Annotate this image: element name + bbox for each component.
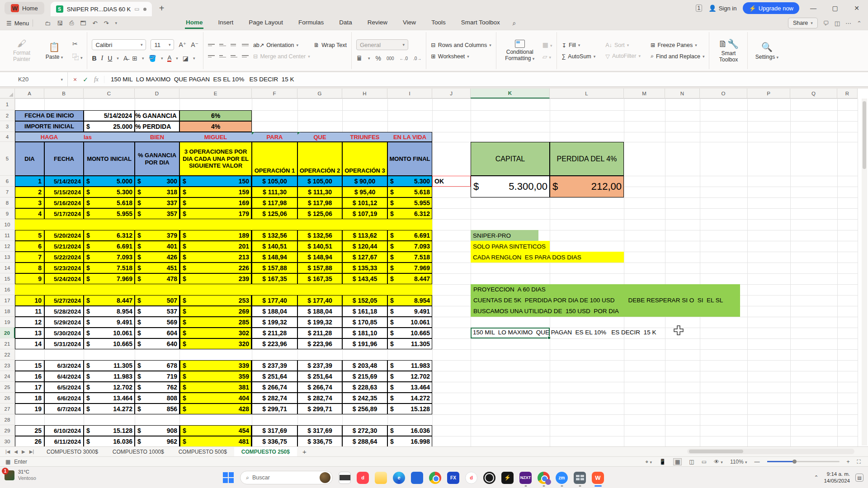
- cell-operacion1-r11[interactable]: $ 132,56: [252, 230, 297, 241]
- row-header-26[interactable]: 26: [0, 393, 15, 404]
- selection-mode-icon[interactable]: ⌖ ▾: [645, 459, 652, 465]
- cell-monto-final-r30[interactable]: $16.998: [387, 436, 432, 446]
- row-header-23[interactable]: 23: [0, 360, 15, 371]
- projection-block[interactable]: PROYECCION A 60 DIAS CUENTAS DE 5K PERDI…: [471, 284, 740, 317]
- cell-operacion-valor-r19[interactable]: $285: [179, 317, 252, 328]
- capital-value[interactable]: $5.300,00: [471, 176, 550, 197]
- freeze-panes-button[interactable]: ⊞Freeze Panes▾: [651, 42, 705, 48]
- cell-ganancia-dia-r23[interactable]: $678: [135, 360, 179, 371]
- align-right-icon[interactable]: [231, 54, 237, 58]
- open-file-icon[interactable]: 🗀: [45, 20, 51, 27]
- table-style-icon[interactable]: ▦ ▾: [542, 41, 552, 48]
- cell-ganancia-dia-r19[interactable]: $569: [135, 317, 179, 328]
- cell-operacion-valor-r7[interactable]: $159: [179, 187, 252, 197]
- cell-monto-inicial-r30[interactable]: $16.036: [84, 436, 135, 446]
- cell-dia-r25[interactable]: 17: [15, 382, 44, 393]
- row-header-12[interactable]: 12: [0, 241, 15, 252]
- edge-app-icon[interactable]: e: [393, 472, 405, 484]
- cell-dia-r30[interactable]: 26: [15, 436, 44, 446]
- sort-button[interactable]: A↓Sort▾: [605, 42, 641, 48]
- chrome-profile-app-icon[interactable]: [538, 472, 550, 484]
- cell-operacion-valor-r6[interactable]: $150: [179, 176, 252, 187]
- cell-operacion1-r21[interactable]: $ 223,96: [252, 338, 297, 349]
- cell-operacion3-r25[interactable]: $ 228,63: [342, 382, 387, 393]
- align-middle-icon[interactable]: [219, 43, 226, 47]
- cell-monto-final-r27[interactable]: $15.128: [387, 404, 432, 414]
- cell-ganancia-dia-r12[interactable]: $401: [135, 241, 179, 252]
- cell-fecha-r23[interactable]: 6/3/2024: [44, 360, 84, 371]
- cell-fecha-r17[interactable]: 5/27/2024: [44, 295, 84, 306]
- prev-sheet-icon[interactable]: ◀: [14, 449, 18, 454]
- next-sheet-icon[interactable]: ▶: [22, 449, 25, 454]
- cell-monto-inicial-r18[interactable]: $8.954: [84, 306, 135, 317]
- cell-monto-final-r14[interactable]: $7.969: [387, 263, 432, 273]
- selected-cell-k20[interactable]: 150 MIL LO MAXIMO QUE PAGAN ES EL 10% ES…: [471, 328, 550, 338]
- column-title-6[interactable]: OPERACIÓN 1: [252, 142, 297, 176]
- row-header-13[interactable]: 13: [0, 252, 15, 263]
- italic-button[interactable]: I: [101, 55, 104, 62]
- increase-font-icon[interactable]: A⁺: [179, 41, 186, 48]
- cell-operacion2-r17[interactable]: $ 177,40: [297, 295, 342, 306]
- cell-ok-note[interactable]: OK: [432, 176, 471, 187]
- cell-operacion2-r18[interactable]: $ 188,04: [297, 306, 342, 317]
- cell-monto-inicial-r12[interactable]: $6.691: [84, 241, 135, 252]
- nzxt-app-icon[interactable]: NZXT: [519, 472, 532, 484]
- zoom-app-icon[interactable]: zm: [556, 472, 568, 484]
- cell-operacion1-r19[interactable]: $ 199,32: [252, 317, 297, 328]
- cell-monto-inicial-r15[interactable]: $7.969: [84, 273, 135, 284]
- fill-handle[interactable]: [547, 336, 551, 339]
- name-box[interactable]: K20 ▾: [0, 72, 68, 86]
- cell-monto-inicial-r13[interactable]: $7.093: [84, 252, 135, 263]
- row-header-19[interactable]: 19: [0, 317, 15, 328]
- cell-operacion-valor-r17[interactable]: $253: [179, 295, 252, 306]
- cell-monto-final-r13[interactable]: $7.518: [387, 252, 432, 263]
- cell-operacion1-r12[interactable]: $ 140,51: [252, 241, 297, 252]
- cell-fecha-r29[interactable]: 6/10/2024: [44, 425, 84, 436]
- cell-operacion1-r15[interactable]: $ 167,35: [252, 273, 297, 284]
- cell-dia-r15[interactable]: 9: [15, 273, 44, 284]
- cell-ganancia-dia-r26[interactable]: $808: [135, 393, 179, 404]
- insert-function-icon[interactable]: fx: [94, 76, 99, 83]
- cell-fecha-r11[interactable]: 5/20/2024: [44, 230, 84, 241]
- cell-ganancia-dia-r30[interactable]: $962: [135, 436, 179, 446]
- cell-operacion2-r25[interactable]: $ 266,74: [297, 382, 342, 393]
- cell-operacion2-r13[interactable]: $ 148,94: [297, 252, 342, 263]
- cell-monto-final-r17[interactable]: $8.954: [387, 295, 432, 306]
- cell-monto-inicial-r8[interactable]: $5.618: [84, 197, 135, 208]
- sign-in-button[interactable]: 👤 Sign in: [708, 5, 736, 12]
- cell-monto-inicial-r25[interactable]: $12.702: [84, 382, 135, 393]
- cell-operacion-valor-r14[interactable]: $226: [179, 263, 252, 273]
- cell-operacion-valor-r24[interactable]: $359: [179, 371, 252, 382]
- cell-fecha-r7[interactable]: 5/15/2024: [44, 187, 84, 197]
- cell-operacion-valor-r8[interactable]: $169: [179, 197, 252, 208]
- presentation-badge-icon[interactable]: 1: [696, 5, 703, 12]
- column-title-9[interactable]: MONTO FINAL: [387, 142, 432, 176]
- start-button[interactable]: [222, 472, 234, 483]
- column-header-A[interactable]: A: [15, 89, 44, 99]
- cell-monto-final-r29[interactable]: $16.036: [387, 425, 432, 436]
- cell-operacion2-r15[interactable]: $ 167,35: [297, 273, 342, 284]
- cell-ganancia-dia-r25[interactable]: $762: [135, 382, 179, 393]
- row-header-4[interactable]: 4: [0, 132, 15, 142]
- row-header-15[interactable]: 15: [0, 273, 15, 284]
- first-sheet-icon[interactable]: |◀: [5, 449, 10, 454]
- cell-dia-r17[interactable]: 10: [15, 295, 44, 306]
- zoom-level-label[interactable]: 110% ▾: [730, 459, 747, 465]
- note-solo-sinteticos[interactable]: SOLO PARA SINTETICOS: [471, 241, 550, 252]
- cell-operacion2-r27[interactable]: $ 299,71: [297, 404, 342, 414]
- tab-home[interactable]: Home: [185, 17, 204, 29]
- close-button[interactable]: ✕: [849, 5, 864, 12]
- cell-operacion-valor-r18[interactable]: $269: [179, 306, 252, 317]
- cell-operacion2-r9[interactable]: $ 125,06: [297, 208, 342, 219]
- column-header-C[interactable]: C: [84, 89, 135, 99]
- cell-operacion1-r13[interactable]: $ 148,94: [252, 252, 297, 263]
- row-header-9[interactable]: 9: [0, 208, 15, 219]
- cell-fecha-r26[interactable]: 6/6/2024: [44, 393, 84, 404]
- cell-operacion-valor-r26[interactable]: $404: [179, 393, 252, 404]
- cell-dia-r7[interactable]: 2: [15, 187, 44, 197]
- cell-monto-final-r11[interactable]: $6.691: [387, 230, 432, 241]
- cell-monto-final-r24[interactable]: $12.702: [387, 371, 432, 382]
- save-icon[interactable]: 🖫: [57, 20, 63, 27]
- cell-fecha-r19[interactable]: 5/29/2024: [44, 317, 84, 328]
- column-header-P[interactable]: P: [747, 89, 790, 99]
